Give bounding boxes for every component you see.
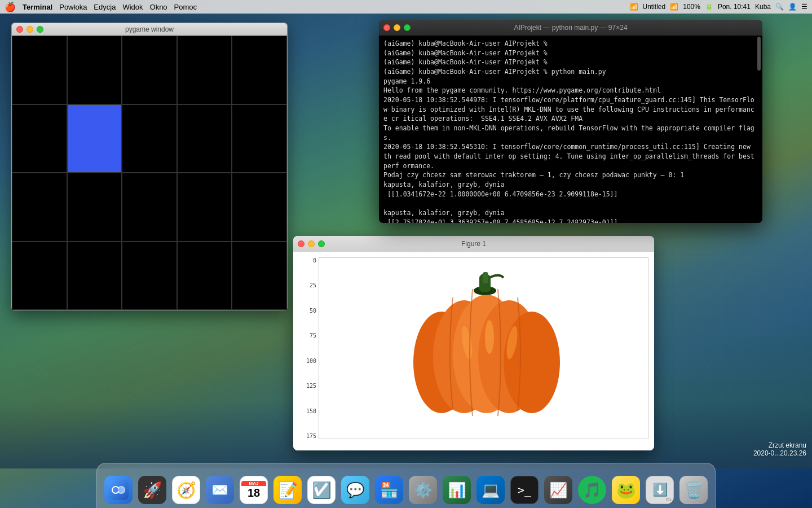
clock-label: Pon. 10:41 bbox=[718, 3, 751, 11]
grid-cell-3-2 bbox=[122, 242, 177, 310]
grid-cell-0-2 bbox=[122, 36, 177, 104]
menubar: 🍎 Terminal Powłoka Edycja Widok Okno Pom… bbox=[0, 0, 812, 14]
terminal-line-6: 2020-05-18 10:38:52.544978: I tensorflow… bbox=[383, 95, 758, 124]
dock-item-messages[interactable]: 💬 bbox=[339, 474, 371, 506]
dock-item-trash[interactable]: 🗑️ bbox=[678, 474, 709, 506]
figure-window: Figure 1 0 25 50 75 100 125 150 175 bbox=[293, 236, 654, 450]
dock-item-finder[interactable] bbox=[103, 474, 134, 506]
dock-item-calendar[interactable]: MAJ 18 bbox=[238, 474, 270, 506]
wifi-status-icon: 📶 bbox=[630, 3, 638, 11]
grid-cell-1-2 bbox=[122, 104, 177, 173]
pygame-titlebar: pygame window bbox=[12, 23, 287, 36]
user-avatar[interactable]: 👤 bbox=[788, 3, 797, 11]
user-label: Kuba bbox=[755, 3, 771, 11]
grid-cell-0-1 bbox=[67, 36, 122, 104]
dock-item-spotify[interactable]: 🎵 bbox=[576, 474, 608, 506]
search-icon[interactable]: 🔍 bbox=[775, 3, 784, 11]
yaxis-label-75: 75 bbox=[293, 332, 316, 339]
figure-window-title: Figure 1 bbox=[461, 240, 486, 248]
yaxis-label-50: 50 bbox=[293, 308, 316, 314]
dock-item-notes[interactable]: 📝 bbox=[272, 474, 303, 506]
terminal-line-7: To enable them in non-MKL-DNN operations… bbox=[383, 124, 758, 142]
dock-item-appstore[interactable]: 🏪 bbox=[373, 474, 405, 506]
dock-item-terminal[interactable]: >_ bbox=[509, 474, 540, 506]
terminal-titlebar: AIProjekt — python main.py — 97×24 bbox=[379, 20, 762, 36]
yaxis-label-0: 0 bbox=[293, 257, 316, 264]
terminal-line-3: (aiGame) kuba@MacBook-Air-user AIProjekt… bbox=[383, 67, 758, 77]
terminal-window-title: AIProjekt — python main.py — 97×24 bbox=[514, 24, 627, 32]
app-name-label[interactable]: Terminal bbox=[23, 3, 52, 11]
grid-cell-1-4 bbox=[232, 104, 287, 173]
terminal-close-button[interactable] bbox=[383, 24, 390, 31]
dock-item-stockmarket[interactable]: 📊 bbox=[441, 474, 473, 506]
dock-item-safari[interactable]: 🧭 bbox=[170, 474, 202, 506]
control-center-icon[interactable]: ☰ bbox=[801, 3, 807, 11]
battery-label: Untitled bbox=[643, 3, 666, 11]
desktop: 🍎 Terminal Powłoka Edycja Widok Okno Pom… bbox=[0, 0, 812, 508]
svg-point-7 bbox=[485, 320, 494, 354]
battery-icon: 🔋 bbox=[705, 3, 713, 11]
screenshot-label: Zrzut ekranu bbox=[753, 441, 806, 449]
figure-window-controls[interactable] bbox=[298, 240, 325, 247]
grid-cell-2-3 bbox=[177, 173, 232, 242]
pygame-close-button[interactable] bbox=[16, 26, 23, 33]
terminal-line-12 bbox=[383, 199, 758, 208]
pygame-maximize-button[interactable] bbox=[37, 26, 43, 33]
figure-maximize-button[interactable] bbox=[318, 240, 325, 247]
grid-cell-3-3 bbox=[177, 242, 232, 310]
apple-menu-icon[interactable]: 🍎 bbox=[5, 2, 16, 12]
dock-item-systemprefs[interactable]: ⚙️ bbox=[407, 474, 439, 506]
yaxis-label-100: 100 bbox=[293, 358, 316, 364]
terminal-window-controls[interactable] bbox=[383, 24, 411, 31]
terminal-line-13: kapusta, kalafior, grzyb, dynia bbox=[383, 208, 758, 218]
grid-cell-3-0 bbox=[12, 242, 67, 310]
grid-cell-0-3 bbox=[177, 36, 232, 104]
terminal-minimize-button[interactable] bbox=[394, 24, 400, 31]
terminal-window[interactable]: AIProjekt — python main.py — 97×24 (aiGa… bbox=[379, 20, 762, 223]
grid-cell-2-2 bbox=[122, 173, 177, 242]
svg-point-15 bbox=[113, 487, 118, 493]
dock-item-launchpad[interactable]: 🚀 bbox=[136, 474, 168, 506]
pumpkin-image bbox=[319, 258, 648, 439]
dock-item-mail[interactable]: ✉️ bbox=[204, 474, 236, 506]
dock-item-safari-dl[interactable]: ⬇️ DL bbox=[644, 474, 676, 506]
menubar-item-okno[interactable]: Okno bbox=[150, 3, 167, 11]
terminal-line-0: (aiGame) kuba@MacBook-Air-user AIProjekt… bbox=[383, 39, 758, 49]
dock-item-vscode[interactable]: 💻 bbox=[475, 474, 506, 506]
pygame-window-title: pygame window bbox=[125, 25, 174, 33]
dock-item-reminders[interactable]: ☑️ bbox=[306, 474, 337, 506]
screenshot-date: 2020-0...20.23.26 bbox=[753, 449, 806, 457]
grid-cell-0-4 bbox=[232, 36, 287, 104]
figure-yaxis: 0 25 50 75 100 125 150 175 bbox=[293, 252, 319, 450]
terminal-line-14: [[2.7517024e-01 3.3639257e-08 7.4585685e… bbox=[383, 218, 758, 223]
terminal-maximize-button[interactable] bbox=[404, 24, 411, 31]
dock-item-activitymonitor[interactable]: 📈 bbox=[542, 474, 574, 506]
svg-point-16 bbox=[118, 487, 124, 493]
terminal-scrollbar[interactable] bbox=[757, 36, 761, 239]
dock: 🚀 🧭 ✉️ MAJ 18 📝 bbox=[96, 463, 716, 508]
grid-cell-1-3 bbox=[177, 104, 232, 173]
grid-cell-2-0 bbox=[12, 173, 67, 242]
terminal-scrollbar-thumb[interactable] bbox=[757, 37, 761, 71]
grid-cell-1-0 bbox=[12, 104, 67, 173]
terminal-line-10: kapusta, kalafior, grzyb, dynia bbox=[383, 180, 758, 190]
pygame-minimize-button[interactable] bbox=[27, 26, 33, 33]
menubar-item-widok[interactable]: Widok bbox=[122, 3, 143, 11]
screenshot-badge: Zrzut ekranu 2020-0...20.23.26 bbox=[753, 441, 806, 457]
svg-point-5 bbox=[504, 312, 560, 413]
dock-item-frogger[interactable]: 🐸 bbox=[610, 474, 642, 506]
terminal-line-2: (aiGame) kuba@MacBook-Air-user AIProjekt… bbox=[383, 58, 758, 67]
grid-cell-3-1 bbox=[67, 242, 122, 310]
menubar-item-pomoc[interactable]: Pomoc bbox=[174, 3, 197, 11]
yaxis-label-150: 150 bbox=[293, 408, 316, 414]
terminal-content-area[interactable]: (aiGame) kuba@MacBook-Air-user AIProjekt… bbox=[379, 36, 762, 223]
figure-minimize-button[interactable] bbox=[308, 240, 315, 247]
pygame-window: pygame window bbox=[11, 23, 288, 310]
grid-cell-3-4 bbox=[232, 242, 287, 310]
menubar-item-edycja[interactable]: Edycja bbox=[94, 3, 116, 11]
pygame-window-controls[interactable] bbox=[16, 26, 43, 33]
terminal-line-9: Podaj czy chcesz sam sterowac traktorem … bbox=[383, 170, 758, 180]
figure-close-button[interactable] bbox=[298, 240, 304, 247]
menubar-item-powloka[interactable]: Powłoka bbox=[59, 3, 87, 11]
terminal-line-8: 2020-05-18 10:38:52.545310: I tensorflow… bbox=[383, 142, 758, 170]
